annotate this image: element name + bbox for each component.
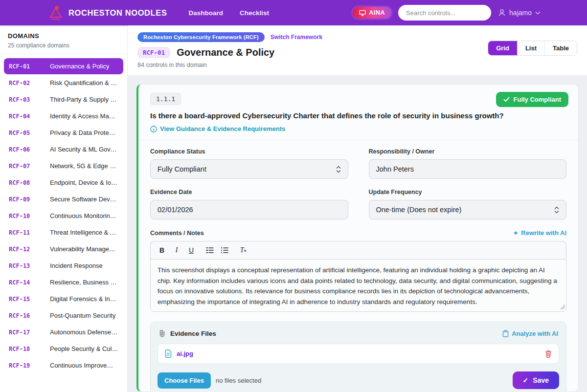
nav-checklist[interactable]: Checklist bbox=[240, 9, 269, 17]
aina-button[interactable]: AINA bbox=[353, 7, 392, 19]
sidebar-item-domain[interactable]: RCF-06 AI Security & ML Govern... bbox=[4, 141, 123, 157]
sidebar-item-domain[interactable]: RCF-12 Vulnerability Manageme... bbox=[4, 241, 123, 257]
domain-code: RCF-09 bbox=[9, 196, 39, 203]
view-guidance-link[interactable]: View Guidance & Evidence Requirements bbox=[150, 125, 566, 132]
bullet-list-icon[interactable] bbox=[218, 244, 231, 256]
sidebar-item-domain[interactable]: RCF-02 Risk Quantification & Va... bbox=[4, 75, 123, 91]
user-menu[interactable]: hajamo bbox=[498, 9, 541, 17]
rich-text-toolbar: B I U Tx bbox=[150, 241, 566, 259]
domain-code: RCF-15 bbox=[9, 296, 39, 303]
evidence-file-link[interactable]: ai.jpg bbox=[177, 350, 193, 357]
file-icon bbox=[165, 349, 172, 358]
evidence-files-section: Evidence Files Analyze with AI bbox=[150, 322, 566, 392]
top-navigation-bar: Noodles ROCHESTON NOODLES Dashboard Chec… bbox=[0, 0, 587, 25]
evidence-date-label: Evidence Date bbox=[150, 189, 348, 196]
username: hajamo bbox=[509, 9, 532, 17]
responsibility-label: Responsibility / Owner bbox=[369, 148, 567, 155]
sidebar-item-domain[interactable]: RCF-09 Secure Software Develo... bbox=[4, 191, 123, 207]
view-toggle: GridListTable bbox=[488, 41, 577, 56]
domain-label: Vulnerability Manageme... bbox=[50, 245, 118, 253]
sidebar-item-domain[interactable]: RCF-03 Third-Party & Supply Ch... bbox=[4, 91, 123, 108]
domain-code: RCF-05 bbox=[9, 130, 39, 136]
domain-label: AI Security & ML Govern... bbox=[50, 146, 118, 153]
analyze-with-ai-link[interactable]: Analyze with AI bbox=[502, 330, 558, 337]
sidebar-item-domain[interactable]: RCF-17 Autonomous Defense & ... bbox=[4, 324, 123, 340]
sparkle-icon: ✦ bbox=[513, 230, 518, 237]
trash-icon[interactable] bbox=[545, 350, 552, 358]
evidence-files-title: Evidence Files bbox=[170, 330, 216, 337]
nav-dashboard[interactable]: Dashboard bbox=[189, 9, 224, 17]
evidence-file-row: ai.jpg bbox=[158, 344, 559, 364]
sidebar-item-domain[interactable]: RCF-10 Continuous Monitoring ... bbox=[4, 208, 123, 224]
sidebar-item-domain[interactable]: RCF-16 Post-Quantum Security bbox=[4, 307, 123, 324]
sidebar-item-domain[interactable]: RCF-08 Endpoint, Device & IoT ... bbox=[4, 174, 123, 191]
clipboard-icon bbox=[502, 330, 509, 337]
rewrite-with-ai-link[interactable]: ✦ Rewrite with AI bbox=[513, 229, 566, 237]
update-frequency-value: One-time (Does not expire) bbox=[376, 206, 462, 214]
domain-label: Continuous Improvemen... bbox=[50, 362, 118, 369]
domain-code: RCF-10 bbox=[9, 213, 39, 219]
domain-code: RCF-08 bbox=[9, 179, 39, 186]
save-button[interactable]: ✓ Save bbox=[513, 371, 559, 389]
analyze-with-ai-label: Analyze with AI bbox=[512, 330, 558, 337]
domain-label: Post-Quantum Security bbox=[50, 312, 115, 319]
sidebar-item-domain[interactable]: RCF-04 Identity & Access Mana... bbox=[4, 108, 123, 124]
content-panel: 1.1.1 Fully Compliant Is there a board-a… bbox=[128, 75, 587, 392]
domain-label: Incident Response bbox=[50, 262, 103, 269]
control-question: Is there a board-approved Cybersecurity … bbox=[150, 111, 566, 120]
responsibility-input[interactable]: John Peters bbox=[369, 159, 567, 179]
underline-icon[interactable]: U bbox=[185, 244, 198, 256]
monitor-icon bbox=[359, 10, 366, 16]
compliance-status-select[interactable]: Fully Compliant bbox=[150, 159, 348, 179]
sidebar-item-domain[interactable]: RCF-05 Privacy & Data Protection bbox=[4, 125, 123, 141]
view-guidance-label: View Guidance & Evidence Requirements bbox=[160, 125, 285, 132]
choose-files-button[interactable]: Choose Files bbox=[158, 372, 211, 389]
check-icon bbox=[503, 97, 510, 102]
update-frequency-select[interactable]: One-time (Does not expire) bbox=[369, 200, 567, 219]
sidebar-item-domain[interactable]: RCF-19 Continuous Improvemen... bbox=[4, 357, 123, 373]
sidebar-item-domain[interactable]: RCF-11 Threat Intelligence & Ad... bbox=[4, 224, 123, 240]
domain-label: Privacy & Data Protection bbox=[50, 129, 118, 136]
evidence-date-input[interactable]: 02/01/2026 bbox=[150, 200, 348, 219]
view-toggle-button[interactable]: Grid bbox=[488, 41, 517, 55]
top-nav: Dashboard Checklist bbox=[189, 9, 270, 17]
no-files-text: no files selected bbox=[216, 377, 261, 384]
sidebar-item-domain[interactable]: RCF-13 Incident Response bbox=[4, 258, 123, 274]
sidebar-item-domain[interactable]: RCF-07 Network, 5G & Edge Se... bbox=[4, 158, 123, 174]
domain-label: Digital Forensics & Inve... bbox=[50, 295, 118, 303]
domain-code: RCF-04 bbox=[9, 113, 39, 120]
domain-label: Resilience, Business Co... bbox=[50, 279, 118, 286]
check-icon: ✓ bbox=[523, 376, 529, 384]
domain-code: RCF-14 bbox=[9, 279, 39, 286]
clear-formatting-icon[interactable]: Tx bbox=[237, 244, 249, 256]
view-toggle-button[interactable]: List bbox=[517, 41, 544, 55]
domain-code-badge: RCF-01 bbox=[137, 47, 170, 58]
control-id-badge: 1.1.1 bbox=[150, 93, 181, 105]
paperclip-icon bbox=[158, 329, 166, 337]
sidebar-item-domain[interactable]: RCF-01 Governance & Policy bbox=[4, 58, 123, 74]
switch-framework-link[interactable]: Switch Framework bbox=[271, 34, 322, 41]
sidebar-item-domain[interactable]: RCF-18 People Security & Culture bbox=[4, 341, 123, 357]
sidebar-item-domain[interactable]: RCF-14 Resilience, Business Co... bbox=[4, 274, 123, 290]
save-button-label: Save bbox=[533, 376, 549, 384]
select-updown-icon bbox=[554, 206, 559, 214]
domain-label: Third-Party & Supply Ch... bbox=[50, 96, 118, 103]
compliance-status-label: Compliance Status bbox=[150, 148, 348, 155]
ordered-list-icon[interactable] bbox=[203, 244, 216, 256]
domain-code: RCF-03 bbox=[9, 96, 39, 103]
rewrite-with-ai-label: Rewrite with AI bbox=[521, 229, 566, 237]
italic-icon[interactable]: I bbox=[170, 244, 183, 256]
domain-label: Governance & Policy bbox=[50, 63, 109, 70]
brand: Noodles ROCHESTON NOODLES bbox=[49, 5, 167, 21]
bold-icon[interactable]: B bbox=[156, 244, 168, 256]
view-toggle-button[interactable]: Table bbox=[544, 41, 577, 55]
brand-title: ROCHESTON NOODLES bbox=[68, 8, 167, 18]
controls-count: 84 controls in this domain bbox=[137, 62, 577, 68]
comments-label: Comments / Notes bbox=[150, 230, 204, 237]
sidebar-item-domain[interactable]: RCF-15 Digital Forensics & Inve... bbox=[4, 291, 123, 307]
search-input[interactable] bbox=[398, 5, 491, 21]
domain-label: Autonomous Defense & ... bbox=[50, 328, 118, 336]
domain-label: Identity & Access Mana... bbox=[50, 112, 118, 120]
domain-label: Continuous Monitoring ... bbox=[50, 212, 118, 219]
comments-textarea[interactable]: This screenshot displays a conceptual re… bbox=[150, 259, 566, 312]
